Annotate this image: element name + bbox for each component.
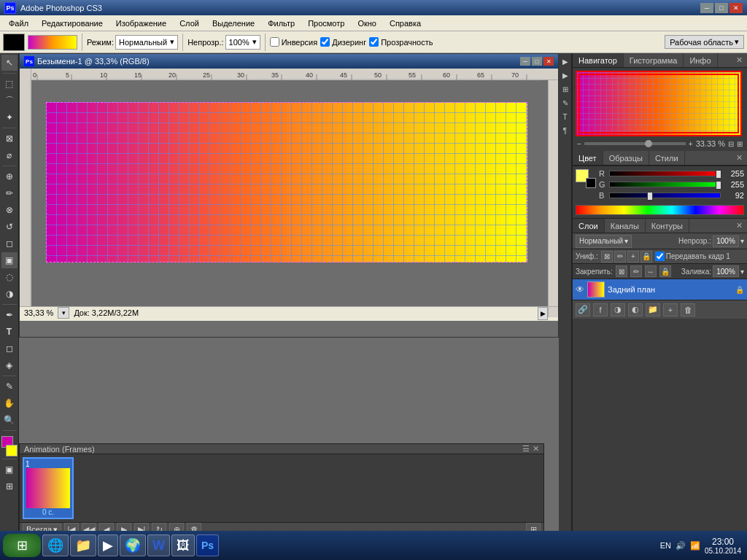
layer-link[interactable]: 🔗 <box>576 303 590 316</box>
volume-icon[interactable]: 🔊 <box>676 541 686 551</box>
anim-options[interactable]: ☰ <box>522 444 530 454</box>
zoom-out-icon[interactable]: − <box>577 140 581 148</box>
tool-path[interactable]: ✒ <box>1 307 18 323</box>
tool-history-brush[interactable]: ↺ <box>1 219 18 235</box>
lock-transparency[interactable]: ⊠ <box>601 251 613 262</box>
animation-frame-1[interactable]: 1 0 с. <box>23 457 74 519</box>
layer-style[interactable]: f <box>593 303 608 316</box>
tab-styles[interactable]: Стили <box>649 151 685 165</box>
tool-dodge[interactable]: ◑ <box>1 286 18 302</box>
tool-blur[interactable]: ◌ <box>1 269 18 285</box>
lock-btn-2[interactable]: ✏ <box>630 265 642 277</box>
blue-slider[interactable] <box>609 192 721 198</box>
menu-image[interactable]: Изображение <box>110 18 172 29</box>
opacity-input[interactable]: 100% ▾ <box>225 35 260 50</box>
tab-samples[interactable]: Образцы <box>603 151 649 165</box>
tool-screen-mode[interactable]: ▣ <box>1 462 18 478</box>
lock-all[interactable]: 🔒 <box>640 251 652 262</box>
scrollbar-vertical[interactable] <box>548 80 558 306</box>
tool-gradient[interactable]: ▣ <box>1 252 18 268</box>
layer-adjustment[interactable]: ◐ <box>628 303 643 316</box>
color-selector[interactable] <box>1 436 18 456</box>
tool-move[interactable]: ↖ <box>1 55 18 71</box>
tool-eyedropper[interactable]: ⌀ <box>1 147 18 163</box>
layer-visibility[interactable]: 👁 <box>576 284 584 295</box>
lock-btn-3[interactable]: ↔ <box>645 265 657 277</box>
menu-file[interactable]: Файл <box>3 18 34 29</box>
tool-zoom[interactable]: 🔍 <box>1 412 18 428</box>
tab-histogram[interactable]: Гистограмма <box>624 53 684 67</box>
lock-btn-4[interactable]: 🔒 <box>659 265 671 277</box>
layer-delete[interactable]: 🗑 <box>681 303 695 316</box>
doc-minimize[interactable]: ─ <box>520 57 530 66</box>
lock-btn-1[interactable]: ⊠ <box>616 265 627 277</box>
layer-group[interactable]: 📁 <box>646 303 660 316</box>
zoom-shrink[interactable]: ⊟ <box>728 140 734 148</box>
opacity-arrow[interactable]: ▾ <box>740 237 744 245</box>
zoom-slider[interactable] <box>584 142 686 145</box>
fill-arrow[interactable]: ▾ <box>740 268 744 276</box>
layer-item-background[interactable]: 👁 Задний план 🔒 <box>573 279 747 300</box>
vbar-btn-1[interactable]: ▶ <box>560 55 571 68</box>
taskbar-word[interactable]: W <box>147 534 170 556</box>
red-slider[interactable] <box>609 171 721 176</box>
tool-eraser[interactable]: ◻ <box>1 236 18 252</box>
tab-color[interactable]: Цвет <box>573 151 603 165</box>
tool-magic-wand[interactable]: ✦ <box>1 109 18 125</box>
tool-hand[interactable]: ✋ <box>1 395 18 411</box>
tab-channels[interactable]: Каналы <box>605 219 646 233</box>
menu-help[interactable]: Справка <box>384 18 427 29</box>
tool-shape[interactable]: ◻ <box>1 341 18 357</box>
lock-position[interactable]: + <box>627 251 639 262</box>
transfer-checkbox[interactable]: Передавать кадр 1 <box>655 252 730 261</box>
taskbar-media[interactable]: ▶ <box>98 534 118 556</box>
tab-info[interactable]: Инфо <box>684 53 717 67</box>
menu-view[interactable]: Просмотр <box>302 18 350 29</box>
minimize-button[interactable]: ─ <box>700 3 713 13</box>
background-color[interactable] <box>6 445 18 456</box>
taskbar-chrome[interactable]: 🌍 <box>120 534 146 556</box>
tab-layers[interactable]: Слои <box>573 219 605 233</box>
taskbar-ie[interactable]: 🌐 <box>42 534 69 556</box>
vbar-tool-3[interactable]: T <box>560 110 571 123</box>
layer-mask[interactable]: ◑ <box>611 303 625 316</box>
taskbar-photoshop[interactable]: Ps <box>196 534 219 556</box>
tool-crop[interactable]: ⊠ <box>1 131 18 147</box>
tab-contours[interactable]: Контуры <box>646 219 689 233</box>
taskbar-explorer[interactable]: 📁 <box>70 534 96 556</box>
menu-edit[interactable]: Редактирование <box>36 18 109 29</box>
tool-brush[interactable]: ✏ <box>1 185 18 201</box>
vbar-tool-2[interactable]: ✎ <box>560 96 571 109</box>
tool-lasso[interactable]: ⌒ <box>1 93 18 109</box>
tool-clone[interactable]: ⊗ <box>1 202 18 218</box>
scroll-right[interactable]: ▶ <box>538 307 548 320</box>
menu-window[interactable]: Окно <box>352 18 382 29</box>
fill-value-box[interactable]: 100% <box>713 265 739 277</box>
tool-healing[interactable]: ⊕ <box>1 168 18 184</box>
menu-filter[interactable]: Фильтр <box>262 18 301 29</box>
doc-close[interactable]: ✕ <box>543 57 554 66</box>
doc-maximize[interactable]: □ <box>532 57 542 66</box>
start-button[interactable]: ⊞ <box>3 534 41 557</box>
vbar-tool-4[interactable]: ¶ <box>560 124 571 137</box>
blend-mode-dropdown[interactable]: Нормальный ▾ <box>576 235 632 248</box>
menu-select[interactable]: Выделение <box>206 18 260 29</box>
tool-cs[interactable]: ⊞ <box>1 478 18 494</box>
navigator-close[interactable]: ✕ <box>732 55 747 65</box>
opacity-value-box[interactable]: 100% <box>713 236 739 247</box>
workspace-button[interactable]: Рабочая область ▾ <box>665 35 744 49</box>
transparency-checkbox[interactable]: Прозрачность <box>369 37 433 47</box>
lock-image[interactable]: ✏ <box>614 251 626 262</box>
tab-navigator[interactable]: Навигатор <box>573 53 624 67</box>
anim-close-button[interactable]: ✕ <box>533 444 539 454</box>
color-spectrum[interactable] <box>576 205 744 215</box>
taskbar-image[interactable]: 🖼 <box>171 534 195 556</box>
invert-checkbox[interactable]: Инверсия <box>270 37 318 47</box>
close-button[interactable]: ✕ <box>729 3 743 13</box>
scrollbar-h-thumb[interactable] <box>548 307 558 317</box>
bg-color-swatch[interactable] <box>586 178 596 188</box>
layers-close[interactable]: ✕ <box>732 221 747 230</box>
green-slider[interactable] <box>609 182 721 187</box>
gradient-preview[interactable] <box>28 35 77 50</box>
color-close[interactable]: ✕ <box>732 153 747 163</box>
